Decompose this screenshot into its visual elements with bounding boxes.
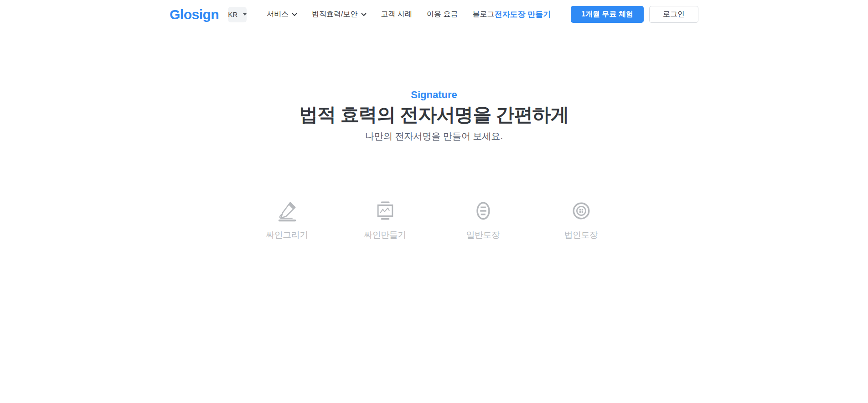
nav-item-blog[interactable]: 블로그 — [472, 10, 494, 19]
chevron-down-icon — [361, 13, 367, 16]
option-corporate-stamp[interactable]: 법인도장 — [532, 200, 630, 241]
oval-stamp-icon — [472, 200, 494, 222]
pencil-sign-icon — [276, 200, 298, 222]
nav-label: 서비스 — [267, 10, 289, 19]
option-label: 일반도장 — [434, 229, 532, 241]
main-nav: 서비스 법적효력/보안 고객 사례 이용 요금 블로그 — [267, 10, 494, 19]
caret-down-icon — [243, 13, 247, 16]
nav-item-customer-cases[interactable]: 고객 사례 — [381, 10, 412, 19]
option-personal-stamp[interactable]: 일반도장 — [434, 200, 532, 241]
round-stamp-icon — [570, 200, 592, 222]
nav-label: 이용 요금 — [427, 10, 458, 19]
header: Glosign KR 서비스 법적효력/보안 고객 사례 이용 요금 블로그 — [0, 0, 868, 29]
stamp-create-link[interactable]: 전자도장 만들기 — [494, 9, 551, 20]
chevron-down-icon — [292, 13, 297, 16]
hero-eyebrow: Signature — [0, 29, 868, 100]
nav-label: 법적효력/보안 — [312, 10, 357, 19]
option-make-sign[interactable]: 싸인만들기 — [336, 200, 434, 241]
nav-item-services[interactable]: 서비스 — [267, 10, 297, 19]
hero-section: Signature 법적 효력의 전자서명을 간편하게 나만의 전자서명을 만들… — [0, 29, 868, 241]
monitor-sign-icon — [374, 200, 396, 222]
language-value: KR — [228, 10, 238, 18]
option-label: 법인도장 — [532, 229, 630, 241]
login-button[interactable]: 로그인 — [649, 6, 698, 23]
signature-options: 싸인그리기 싸인만들기 일반 — [0, 200, 868, 241]
language-selector[interactable]: KR — [228, 7, 247, 22]
free-trial-button[interactable]: 1개월 무료 체험 — [571, 6, 644, 23]
logo[interactable]: Glosign — [170, 7, 219, 22]
option-label: 싸인그리기 — [238, 229, 336, 241]
nav-label: 고객 사례 — [381, 10, 412, 19]
hero-title: 법적 효력의 전자서명을 간편하게 — [0, 104, 868, 125]
nav-item-pricing[interactable]: 이용 요금 — [427, 10, 458, 19]
hero-subtitle: 나만의 전자서명을 만들어 보세요. — [0, 131, 868, 141]
nav-label: 블로그 — [472, 10, 494, 19]
nav-item-legal-security[interactable]: 법적효력/보안 — [312, 10, 366, 19]
option-draw-sign[interactable]: 싸인그리기 — [238, 200, 336, 241]
option-label: 싸인만들기 — [336, 229, 434, 241]
